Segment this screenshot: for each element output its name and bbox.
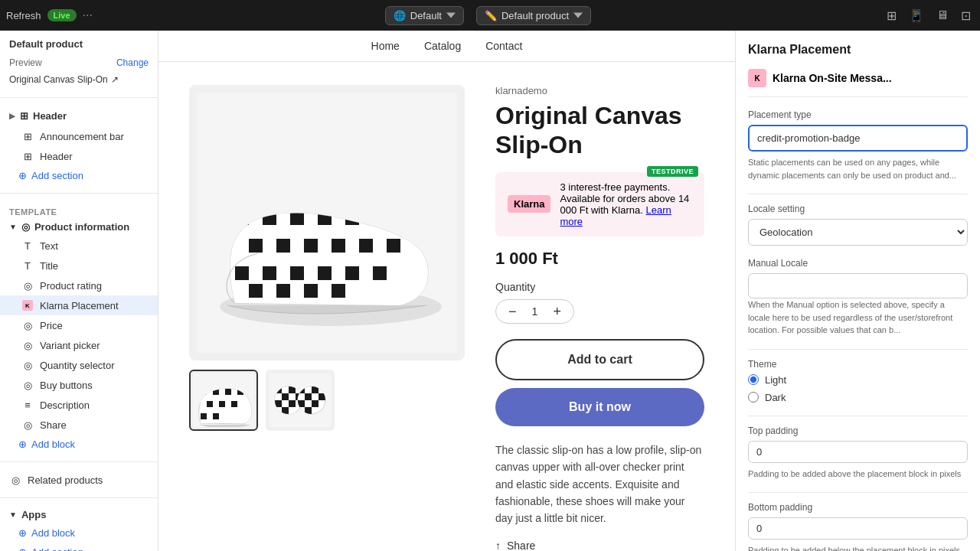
svg-rect-36 — [276, 266, 290, 280]
sidebar-item-quantity-selector[interactable]: ◎ Quantity selector — [0, 355, 158, 375]
nav-contact[interactable]: Contact — [485, 40, 522, 52]
sidebar-item-share[interactable]: ◎ Share — [0, 415, 158, 435]
manual-locale-input[interactable] — [748, 273, 968, 298]
refresh-button[interactable]: Refresh — [6, 10, 41, 21]
more-options-button[interactable]: ··· — [83, 8, 93, 22]
klarna-placement-icon: K — [21, 299, 34, 311]
theme-group: Theme Light Dark — [748, 359, 968, 403]
top-padding-group: Top padding Padding to be added above th… — [748, 425, 968, 481]
svg-rect-53 — [225, 389, 231, 395]
nav-catalog[interactable]: Catalog — [424, 40, 461, 52]
locale-select[interactable]: Geolocation — [748, 219, 968, 246]
sidebar-item-klarna[interactable]: K Klarna Placement — [0, 295, 158, 315]
sidebar-header-toggle[interactable]: ▶ ⊞ Header — [0, 106, 158, 126]
theme-light-radio[interactable] — [748, 374, 759, 385]
klarna-logo: Klarna — [508, 195, 550, 213]
svg-rect-45 — [249, 284, 263, 298]
sidebar-item-header[interactable]: ⊞ Header — [0, 146, 158, 166]
panel-divider-3 — [748, 416, 968, 416]
add-section-apps-icon: ⊕ — [18, 546, 27, 551]
sidebar-add-section-top[interactable]: ⊕ Add section — [0, 166, 158, 185]
sidebar-item-text[interactable]: T Text — [0, 236, 158, 256]
svg-rect-41 — [263, 284, 276, 298]
add-to-cart-button[interactable]: Add to cart — [495, 339, 704, 380]
svg-rect-29 — [235, 266, 249, 280]
share-arrow-icon: ↑ — [495, 540, 501, 551]
manual-locale-label: Manual Locale — [748, 258, 968, 269]
svg-rect-66 — [219, 413, 225, 419]
sidebar-default-product[interactable]: Default product — [0, 35, 158, 53]
product-thumbnails — [189, 370, 465, 431]
sidebar-apps-toggle[interactable]: ▼ Apps — [0, 506, 158, 523]
desktop-view-button[interactable]: 🖥 — [933, 5, 952, 25]
sidebar-default-product-section: Default product Preview Change Original … — [0, 31, 158, 94]
thumbnail-2[interactable] — [266, 370, 335, 431]
header-icon: ⊞ — [21, 150, 34, 162]
placement-type-label: Placement type — [748, 109, 968, 120]
sidebar-header-section: ▶ ⊞ Header ⊞ Announcement bar ⊞ Header ⊕… — [0, 101, 158, 190]
buy-now-button[interactable]: Buy it now — [495, 388, 704, 426]
topbar-right: ⊞ 📱 🖥 ⊡ — [884, 5, 974, 26]
svg-rect-37 — [304, 266, 318, 280]
thumb-2-img — [270, 373, 331, 427]
mobile-view-button[interactable]: 📱 — [906, 5, 927, 26]
sidebar-product-information-toggle[interactable]: ▼ ◎ Product information — [0, 218, 158, 236]
svg-rect-23 — [249, 239, 263, 253]
theme-dark-radio[interactable] — [748, 392, 759, 403]
share-row[interactable]: ↑ Share — [495, 540, 704, 551]
add-block-icon: ⊕ — [18, 439, 27, 450]
manual-locale-description: When the Manual option is selected above… — [748, 298, 968, 337]
sidebar-item-title[interactable]: T Title — [0, 256, 158, 276]
theme-light-option[interactable]: Light — [748, 374, 968, 386]
layout-view-button[interactable]: ⊡ — [958, 5, 974, 26]
product-rating-icon: ◎ — [21, 279, 34, 292]
sidebar-item-description[interactable]: ≡ Description — [0, 395, 158, 415]
topbar: Refresh Live ··· 🌐 Default ✏️ Default pr… — [0, 0, 980, 31]
sidebar-apps-section: ▼ Apps ⊕ Add block ⊕ Add section — [0, 501, 158, 551]
product-main-image — [189, 85, 465, 360]
svg-rect-56 — [219, 389, 225, 395]
product-selector[interactable]: ✏️ Default product — [476, 6, 591, 25]
svg-rect-92 — [312, 393, 318, 400]
placement-type-input[interactable]: credit-promotion-badge — [748, 125, 968, 152]
svg-rect-79 — [289, 400, 296, 407]
quantity-decrease-button[interactable]: − — [499, 303, 526, 320]
klarna-app-name: Klarna On-Site Messa... — [773, 72, 892, 84]
sidebar-item-related-products[interactable]: ◎ Related products — [0, 470, 158, 490]
nav-home[interactable]: Home — [371, 40, 400, 52]
svg-rect-65 — [207, 413, 213, 419]
panel-divider-1 — [748, 194, 968, 194]
change-button[interactable]: Change — [116, 57, 149, 68]
announcement-bar-icon: ⊞ — [21, 130, 34, 142]
product-title: Original Canvas Slip-On — [495, 101, 704, 160]
sidebar-add-block-apps[interactable]: ⊕ Add block — [0, 523, 158, 543]
bottom-padding-description: Padding to be added below the placement … — [748, 544, 968, 551]
sidebar-item-price[interactable]: ◎ Price — [0, 315, 158, 335]
svg-rect-46 — [276, 284, 290, 298]
svg-rect-32 — [318, 266, 332, 280]
theme-selector[interactable]: 🌐 Default — [385, 6, 464, 25]
sidebar-add-section-apps[interactable]: ⊕ Add section — [0, 543, 158, 551]
quantity-label: Quantity — [495, 281, 704, 293]
sidebar-add-block-product[interactable]: ⊕ Add block — [0, 435, 158, 454]
product-images — [189, 85, 465, 551]
locale-setting-group: Locale setting Geolocation — [748, 204, 968, 246]
theme-dark-option[interactable]: Dark — [748, 392, 968, 403]
share-label: Share — [507, 540, 535, 551]
sidebar-item-announcement-bar[interactable]: ⊞ Announcement bar — [0, 126, 158, 146]
sidebar-item-product-rating[interactable]: ◎ Product rating — [0, 276, 158, 295]
svg-rect-19 — [318, 239, 332, 253]
svg-rect-17 — [263, 239, 276, 253]
share-icon: ◎ — [21, 419, 34, 431]
thumbnail-1[interactable] — [189, 370, 258, 431]
bottom-padding-input[interactable] — [748, 517, 968, 540]
top-padding-input[interactable] — [748, 441, 968, 463]
sidebar-item-variant-picker[interactable]: ◎ Variant picker — [0, 335, 158, 355]
sidebar-item-buy-buttons[interactable]: ◎ Buy buttons — [0, 375, 158, 395]
svg-rect-93 — [305, 393, 312, 400]
quantity-increase-button[interactable]: + — [544, 303, 571, 320]
svg-rect-25 — [304, 239, 318, 253]
quantity-selector-icon: ◎ — [21, 359, 34, 371]
sidebar-related-section: ◎ Related products — [0, 465, 158, 494]
grid-view-button[interactable]: ⊞ — [884, 5, 900, 26]
